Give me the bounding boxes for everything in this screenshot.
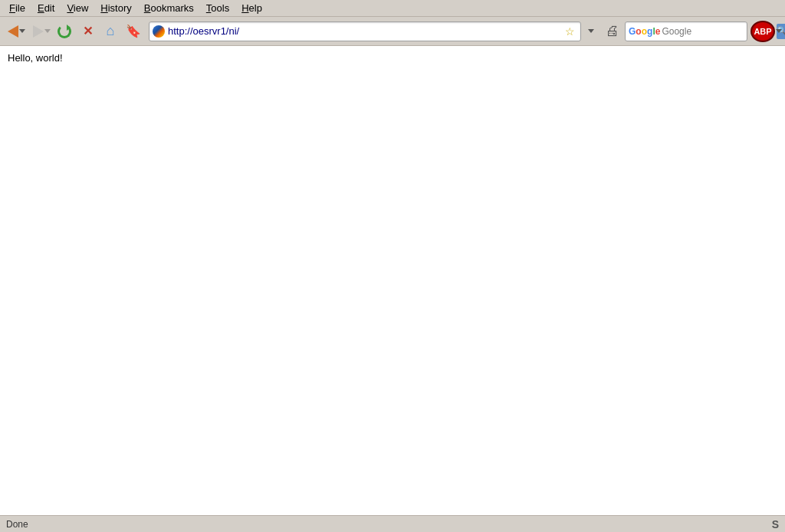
bookmark-button[interactable]: 🔖 <box>123 21 144 42</box>
statusbar-right-icon: S <box>772 518 779 530</box>
back-arrow-icon <box>8 25 18 38</box>
status-text: Done <box>6 519 28 530</box>
address-dropdown-button[interactable] <box>583 21 597 41</box>
forward-arrow-icon <box>33 25 44 38</box>
menu-view[interactable]: View <box>61 1 94 15</box>
abp-area: ABP <box>749 21 782 42</box>
page-icon: 🖨 <box>606 23 619 39</box>
stop-icon: ✕ <box>83 25 93 38</box>
menu-help[interactable]: Help <box>235 1 268 15</box>
menubar: File Edit View History Bookmarks Tools H… <box>0 0 785 17</box>
page-content-area: Hello, world! <box>0 46 785 515</box>
menu-history[interactable]: History <box>94 1 137 15</box>
menu-tools[interactable]: Tools <box>200 1 235 15</box>
forward-dropdown-icon <box>44 29 51 33</box>
back-button[interactable] <box>3 21 29 42</box>
abp-button[interactable]: ABP <box>751 21 775 42</box>
addressbar-area: ☆ <box>149 21 597 41</box>
reload-button[interactable] <box>54 21 75 42</box>
home-icon: ⌂ <box>107 23 115 39</box>
abp-dropdown-button[interactable] <box>775 29 782 33</box>
addressbar-wrap: ☆ <box>149 21 581 41</box>
search-engine-icon: Google <box>629 26 660 37</box>
reload-icon <box>57 25 71 38</box>
address-dropdown-icon <box>588 29 594 33</box>
favicon-icon <box>153 25 165 38</box>
menu-file[interactable]: File <box>3 1 31 15</box>
back-dropdown-icon <box>19 29 25 33</box>
search-area: Google 🔍 <box>625 21 747 41</box>
forward-button[interactable] <box>31 21 52 42</box>
bookmark-icon: 🔖 <box>126 24 141 38</box>
address-input[interactable] <box>168 25 562 37</box>
page-button[interactable]: 🖨 <box>602 21 623 42</box>
abp-dropdown-icon <box>776 29 782 33</box>
statusbar: Done S <box>0 515 785 532</box>
menu-edit[interactable]: Edit <box>31 1 61 15</box>
home-button[interactable]: ⌂ <box>100 21 121 42</box>
menu-bookmarks[interactable]: Bookmarks <box>138 1 200 15</box>
stop-button[interactable]: ✕ <box>77 21 98 42</box>
star-button[interactable]: ☆ <box>562 24 577 39</box>
favicon <box>153 25 165 38</box>
page-text: Hello, world! <box>8 52 777 64</box>
star-icon: ☆ <box>565 25 575 38</box>
abp-label: ABP <box>754 27 771 36</box>
toolbar: ✕ ⌂ 🔖 ☆ 🖨 Google 🔍 <box>0 17 785 46</box>
